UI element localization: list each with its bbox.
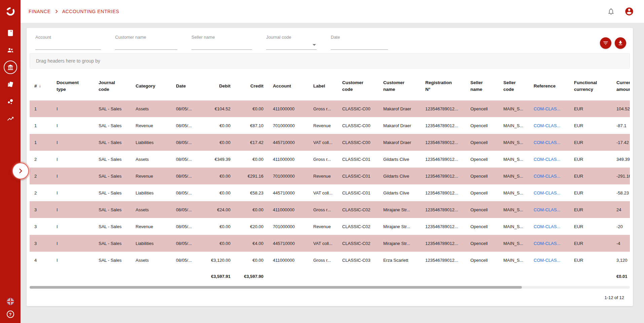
cell-reference[interactable]: COM-CLAS...	[529, 100, 569, 117]
cell-customer_name: Gildarts Clive	[379, 184, 421, 201]
cell-seller_code: MAIN_S...	[499, 218, 529, 235]
cell-credit: €0.00	[235, 151, 268, 168]
sidebar-item-journal[interactable]	[6, 29, 14, 37]
table-row[interactable]: 3ISAL - SalesLiabilities08/05/...€0.00€4…	[30, 235, 630, 252]
total-functional_currency	[569, 268, 612, 284]
column-header-category[interactable]: Category	[131, 72, 171, 100]
breadcrumb-chevron-icon	[54, 9, 59, 14]
cell-seller_code: MAIN_S...	[499, 201, 529, 218]
column-header-credit[interactable]: Credit	[235, 72, 268, 100]
cell-seller_name: Opencell	[466, 151, 499, 168]
cell-label: Revenue	[309, 168, 337, 184]
cell-customer_code: CLASSIC-C02	[337, 235, 379, 252]
column-header-document_type[interactable]: Document type	[52, 72, 94, 100]
filter-account: Account	[35, 35, 101, 50]
column-label: Journal code	[99, 79, 118, 93]
scrollbar-thumb[interactable]	[30, 286, 522, 289]
cell-reference[interactable]: COM-CLAS...	[529, 201, 569, 218]
customer-name-filter-input[interactable]	[115, 40, 177, 50]
column-header-num[interactable]: #↓	[30, 72, 52, 100]
language-selector[interactable]	[6, 297, 14, 306]
column-header-date[interactable]: Date	[171, 72, 203, 100]
column-header-account[interactable]: Account	[268, 72, 309, 100]
cell-customer_name: Mirajane Str...	[379, 218, 421, 235]
cell-registration: 123546789012...	[421, 151, 466, 168]
table-row[interactable]: 1ISAL - SalesLiabilities08/05/...€0.00€1…	[30, 134, 630, 151]
cell-seller_code: MAIN_S...	[499, 117, 529, 134]
filter-button[interactable]	[600, 37, 611, 49]
cell-seller_code: MAIN_S...	[499, 134, 529, 151]
cell-reference[interactable]: COM-CLAS...	[529, 151, 569, 168]
table-row[interactable]: 3ISAL - SalesRevenue08/05/...€0.00€20.00…	[30, 218, 630, 235]
cell-customer_name: Gildarts Clive	[379, 151, 421, 168]
cell-seller_code: MAIN_S...	[499, 168, 529, 184]
export-button[interactable]	[615, 37, 626, 49]
column-header-journal_code[interactable]: Journal code	[94, 72, 131, 100]
cell-functional_currency: EUR	[569, 134, 612, 151]
column-header-seller_code[interactable]: Seller code	[499, 72, 529, 100]
journal-code-value[interactable]	[266, 40, 317, 50]
column-header-seller_name[interactable]: Seller name	[466, 72, 499, 100]
cell-registration: 123546789012...	[421, 252, 466, 268]
date-filter-input[interactable]	[331, 40, 388, 50]
account-circle-icon	[624, 7, 634, 16]
table-row[interactable]: 2ISAL - SalesRevenue08/05/...€0.00€291.1…	[30, 168, 630, 184]
table-row[interactable]: 2ISAL - SalesAssets08/05/...€349.39€0.00…	[30, 151, 630, 168]
cell-reference[interactable]: COM-CLAS...	[529, 218, 569, 235]
cell-reference[interactable]: COM-CLAS...	[529, 168, 569, 184]
cell-credit: €291.16	[235, 168, 268, 184]
table-row[interactable]: 1ISAL - SalesAssets08/05/...€104.52€0.00…	[30, 100, 630, 117]
column-header-currency_amount[interactable]: Currency amount	[612, 72, 630, 100]
cell-account: 445710000	[268, 235, 309, 252]
cell-seller_name: Opencell	[466, 117, 499, 134]
cell-reference[interactable]: COM-CLAS...	[529, 252, 569, 268]
group-by-dropzone[interactable]: Drag headers here to group by	[30, 53, 630, 69]
cell-label: Gross r...	[309, 151, 337, 168]
account-button[interactable]	[624, 7, 634, 16]
page-content: Account Customer name Seller name Journa…	[21, 23, 644, 323]
cell-reference[interactable]: COM-CLAS...	[529, 117, 569, 134]
sidebar-item-analytics[interactable]	[6, 115, 14, 123]
cell-credit: €17.42	[235, 134, 268, 151]
table-row[interactable]: 4ISAL - SalesAssets08/05/...€3,120.00€0.…	[30, 252, 630, 268]
column-header-label[interactable]: Label	[309, 72, 337, 100]
cell-reference[interactable]: COM-CLAS...	[529, 184, 569, 201]
table-row[interactable]: 3ISAL - SalesAssets08/05/...€24.00€0.004…	[30, 201, 630, 218]
horizontal-scrollbar[interactable]	[30, 286, 630, 289]
sort-desc-icon: ↓	[39, 83, 41, 88]
column-header-customer_name[interactable]: Customer name	[379, 72, 421, 100]
column-header-customer_code[interactable]: Customer code	[337, 72, 379, 100]
column-header-debit[interactable]: Debit	[203, 72, 235, 100]
cell-reference[interactable]: COM-CLAS...	[529, 235, 569, 252]
cell-reference[interactable]: COM-CLAS...	[529, 134, 569, 151]
cell-category: Assets	[131, 100, 171, 117]
breadcrumb-finance[interactable]: FINANCE	[29, 9, 51, 14]
table-row[interactable]: 1ISAL - SalesRevenue08/05/...€0.00€87.10…	[30, 117, 630, 134]
cell-document_type: I	[52, 184, 94, 201]
total-num	[30, 268, 52, 284]
sidebar-expand-button[interactable]	[12, 163, 29, 179]
column-header-reference[interactable]: Reference	[529, 72, 569, 100]
column-header-registration[interactable]: Registration N°	[421, 72, 466, 100]
opencell-logo[interactable]	[0, 0, 21, 23]
account-filter-input[interactable]	[35, 40, 101, 50]
sidebar-item-data[interactable]	[6, 98, 14, 106]
help-icon: ?	[7, 311, 14, 318]
sidebar-item-customers[interactable]	[6, 46, 14, 54]
sidebar-item-catalog[interactable]	[6, 80, 14, 88]
column-header-functional_currency[interactable]: Functional currency	[569, 72, 612, 100]
column-label: Reference	[534, 83, 556, 89]
journal-code-select[interactable]: Journal code	[266, 35, 317, 50]
bubble-chart-icon	[7, 98, 14, 105]
cell-seller_code: MAIN_S...	[499, 235, 529, 252]
cell-document_type: I	[52, 117, 94, 134]
cell-category: Revenue	[131, 168, 171, 184]
table-row[interactable]: 2ISAL - SalesLiabilities08/05/...€0.00€5…	[30, 184, 630, 201]
cell-functional_currency: EUR	[569, 201, 612, 218]
cell-account: 701000000	[268, 218, 309, 235]
sidebar-item-finance[interactable]	[4, 61, 17, 74]
cell-journal_code: SAL - Sales	[94, 201, 131, 218]
help-button[interactable]: ?	[6, 310, 14, 318]
seller-name-filter-input[interactable]	[191, 40, 252, 50]
notifications-button[interactable]	[606, 7, 616, 16]
